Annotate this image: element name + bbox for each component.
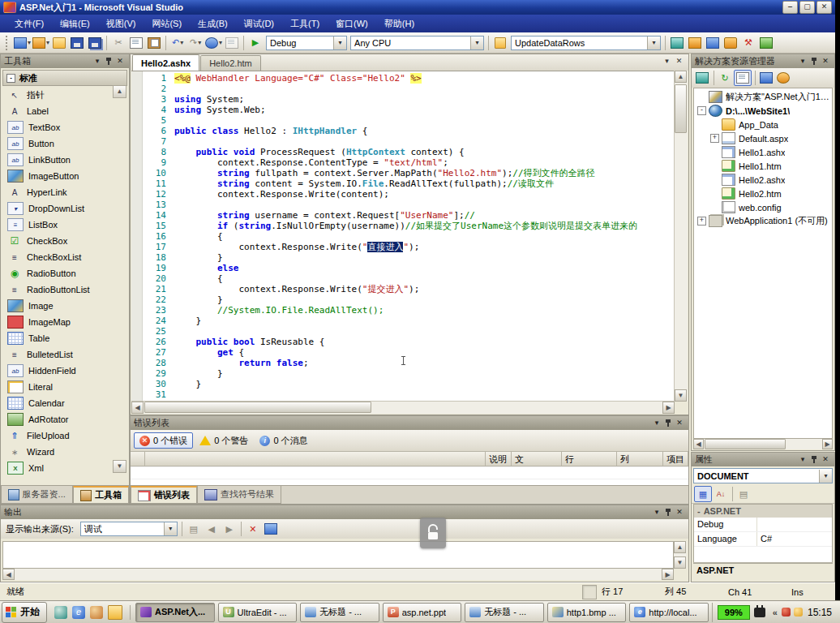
code-line[interactable]: 9 context.Response.ContentType = "text/h… (142, 157, 675, 168)
property-row[interactable]: Debug (694, 518, 832, 532)
refresh-button[interactable]: ↻ (717, 71, 733, 85)
taskbar-clock[interactable]: 15:15 (808, 607, 832, 618)
menu-item[interactable]: 工具(T) (282, 15, 328, 32)
taskbar-task-button[interactable]: e http://local... (629, 603, 709, 622)
code-line[interactable]: 25 (142, 326, 675, 337)
taskbar-task-button[interactable]: P asp.net.ppt (383, 603, 462, 622)
scroll-down-icon[interactable]: ▼ (675, 389, 687, 402)
toolbox-title-bar[interactable]: 工具箱 ▾ ✕ (1, 54, 129, 68)
combo-dropdown-icon[interactable]: ▾ (819, 470, 832, 483)
code-line[interactable]: 17 context.Response.Write("直接进入"); (142, 242, 675, 252)
code-line[interactable]: 4using System.Web; (142, 105, 675, 115)
error-list-title-bar[interactable]: 错误列表 ▾ ✕ (131, 416, 688, 430)
object-selector-combo[interactable]: DOCUMENT ▾ (693, 468, 833, 483)
code-line[interactable]: 11 string content = System.IO.File.ReadA… (142, 178, 675, 189)
code-line[interactable]: 16 { (142, 231, 675, 242)
window-position-icon[interactable]: ▾ (797, 56, 808, 67)
scroll-left-icon[interactable]: ◀ (2, 569, 15, 580)
code-line[interactable]: 27 get { (142, 347, 675, 358)
code-line[interactable]: 10 string fullpath = context.Server.MapP… (142, 168, 675, 178)
menu-item[interactable]: 帮助(H) (376, 15, 422, 32)
solution-platform-combo[interactable]: Any CPU▾ (350, 36, 484, 50)
window-position-icon[interactable]: ▾ (651, 418, 662, 428)
code-line[interactable]: 31 (142, 389, 675, 400)
panel-tab[interactable]: 查找符号结果 (197, 486, 281, 504)
copy-button[interactable] (128, 35, 144, 51)
combo-dropdown-icon[interactable]: ▾ (647, 37, 660, 49)
tree-item[interactable]: Hello2.htm (694, 187, 832, 200)
tree-item[interactable]: + Default.aspx (694, 131, 832, 145)
toolbox-item[interactable]: ab LinkButton (2, 152, 113, 168)
menu-item[interactable]: 网站(S) (144, 15, 190, 32)
auto-hide-pin-icon[interactable] (665, 508, 672, 517)
properties-title-bar[interactable]: 属性 ▾ ✕ (692, 453, 834, 466)
scrollbar-thumb[interactable] (675, 84, 687, 133)
auto-hide-pin-icon[interactable] (811, 57, 818, 66)
taskbar-task-button[interactable]: U UltraEdit - ... (218, 603, 298, 622)
code-line[interactable]: 13 (142, 200, 675, 210)
close-panel-icon[interactable]: ✕ (820, 56, 831, 67)
media-player-icon[interactable] (90, 606, 103, 619)
combo-dropdown-icon[interactable]: ▾ (164, 522, 177, 535)
editor-vertical-scrollbar[interactable]: ▲ ▼ (674, 71, 688, 402)
toolbox-item[interactable]: ◉ RadioButton (2, 265, 113, 281)
toolbox-item[interactable]: ab TextBox (2, 119, 113, 135)
close-panel-icon[interactable]: ✕ (674, 507, 685, 518)
show-desktop-icon[interactable] (54, 606, 67, 619)
toolbox-item[interactable]: ImageMap (2, 314, 113, 330)
tree-item[interactable]: Hello1.htm (694, 159, 832, 173)
error-list-column-header[interactable] (131, 452, 145, 466)
toolbox-item[interactable]: Image (2, 298, 113, 314)
taskbar-task-button[interactable]: http1.bmp ... (547, 603, 627, 622)
tree-item[interactable]: web.config (694, 200, 832, 214)
tree-expand-icon[interactable]: - (697, 106, 706, 115)
solution-configuration-combo[interactable]: Debug▾ (266, 36, 347, 50)
scroll-right-icon[interactable]: ▶ (822, 439, 833, 449)
code-line[interactable]: 24 } (142, 316, 675, 326)
code-line[interactable]: 23 //System.IO.File.ReadAllText(); (142, 305, 675, 316)
menu-item[interactable]: 调试(D) (236, 15, 282, 32)
code-line[interactable]: 28 return false; (142, 358, 675, 368)
find-combo[interactable]: UpdateDataRows▾ (511, 36, 661, 50)
error-filter-button[interactable]: i 0 个消息 (255, 433, 312, 448)
scroll-up-icon[interactable]: ▲ (674, 541, 686, 553)
code-line[interactable]: 14 string username = context.Request["Us… (142, 210, 675, 221)
combo-dropdown-icon[interactable]: ▾ (333, 37, 346, 49)
code-line[interactable]: 19 else (142, 263, 675, 273)
menu-item[interactable]: 窗口(W) (328, 15, 376, 32)
close-panel-icon[interactable]: ✕ (114, 56, 126, 67)
code-line[interactable]: 3using System; (142, 94, 675, 105)
property-pages-button[interactable]: ▤ (735, 487, 752, 501)
window-position-icon[interactable]: ▾ (92, 56, 103, 67)
error-list-column-header[interactable] (145, 452, 486, 466)
toolbox-item[interactable]: ≡ BulletedList (2, 346, 113, 363)
combo-dropdown-icon[interactable]: ▾ (470, 37, 483, 49)
active-files-dropdown-icon[interactable]: ▾ (661, 57, 673, 65)
solution-horizontal-scrollbar[interactable]: ◀ ▶ (693, 439, 833, 449)
scrollbar-thumb[interactable] (144, 402, 371, 413)
toolbox-item[interactable]: ▾ DropDownList (2, 200, 113, 217)
menu-item[interactable]: 视图(V) (98, 15, 144, 32)
toolbox-scroll-up[interactable]: ▲ (113, 85, 126, 98)
solution-explorer-button[interactable] (669, 35, 685, 51)
auto-hide-pin-icon[interactable] (665, 419, 672, 428)
document-tab[interactable]: Hello2.htm (200, 55, 261, 71)
toolbox-item[interactable]: ∗ Wizard (2, 444, 113, 460)
output-horizontal-scrollbar[interactable]: ◀ ▶ (2, 569, 674, 580)
menu-item[interactable]: 生成(B) (190, 15, 236, 32)
toolbox-item[interactable]: ☑ CheckBox (2, 233, 113, 249)
code-line[interactable]: 29 } (142, 368, 675, 379)
tree-item[interactable]: App_Data (694, 118, 832, 131)
code-line[interactable]: 22 } (142, 294, 675, 305)
tree-item[interactable]: Hello1.ashx (694, 145, 832, 159)
window-position-icon[interactable]: ▾ (651, 507, 662, 518)
scroll-up-icon[interactable]: ▲ (675, 71, 687, 83)
code-line[interactable]: 20 { (142, 273, 675, 284)
code-text[interactable]: 1<%@ WebHandler Language="C#" Class="Hel… (142, 71, 675, 402)
output-title-bar[interactable]: 输出 ▾ ✕ (1, 505, 688, 519)
redo-button[interactable]: ↷▾ (187, 35, 204, 51)
copy-website-button[interactable] (758, 71, 774, 85)
previous-message-button[interactable]: ◀ (204, 521, 220, 537)
window-position-icon[interactable]: ▾ (797, 454, 808, 465)
undo-button[interactable]: ↶▾ (169, 35, 186, 51)
